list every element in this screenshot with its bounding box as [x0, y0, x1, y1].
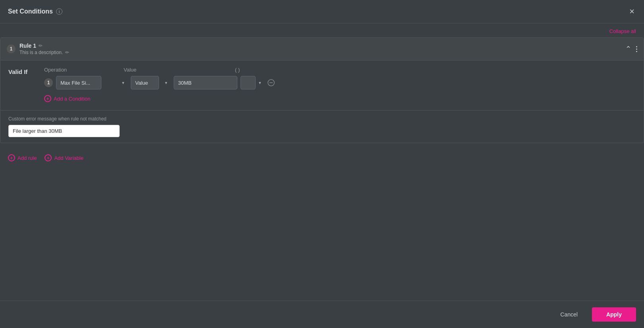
error-message-section: Custom error message when rule not match… — [0, 111, 644, 143]
close-button[interactable]: × — [628, 6, 636, 17]
rule-desc-row: This is a description. ✏ — [19, 50, 69, 55]
error-message-input[interactable] — [8, 125, 120, 137]
operation-select[interactable]: Max File Si... — [56, 76, 101, 89]
value-input[interactable] — [174, 76, 237, 89]
set-conditions-modal: Set Conditions i × Collapse all 1 Rule 1… — [0, 0, 644, 328]
add-condition-plus-icon: + — [44, 95, 51, 102]
operation-select-wrapper[interactable]: Max File Si... — [56, 76, 128, 89]
more-dot-3 — [636, 51, 637, 52]
condition-number: 1 — [44, 78, 53, 87]
add-variable-plus-icon: + — [45, 154, 52, 161]
remove-condition-button[interactable] — [268, 79, 275, 86]
modal-footer: Cancel Apply — [0, 301, 644, 328]
rule-name: Rule 1 — [19, 43, 36, 49]
modal-header: Set Conditions i × — [0, 0, 644, 23]
more-dot-1 — [636, 46, 637, 47]
rule-body: Valid If Operation Value ( ) 1 — [0, 60, 644, 110]
modal-title: Set Conditions — [8, 8, 53, 15]
conditions-header: Operation Value ( ) — [44, 67, 636, 73]
add-rule-button[interactable]: + Add rule — [8, 154, 37, 161]
add-variable-label: Add Variable — [54, 155, 83, 161]
add-variable-button[interactable]: + Add Variable — [45, 154, 83, 161]
condition-row: 1 Max File Si... Value — [44, 76, 636, 89]
add-row: + Add rule + Add Variable — [0, 149, 644, 166]
rule-title-group: Rule 1 ✏ This is a description. ✏ — [19, 43, 69, 55]
rule-number-badge: 1 — [7, 45, 16, 53]
rule-card: 1 Rule 1 ✏ This is a description. ✏ ⌃ — [0, 37, 644, 143]
value-type-select[interactable]: Value — [131, 76, 159, 89]
col-header-value: Value — [124, 67, 235, 73]
paren-select-wrapper[interactable] — [241, 76, 264, 89]
valid-if-label: Valid If — [8, 67, 36, 104]
rule-description: This is a description. — [19, 50, 63, 55]
valid-if-section: Valid If Operation Value ( ) 1 — [8, 67, 636, 104]
rule-desc-edit-icon[interactable]: ✏ — [65, 50, 69, 55]
modal-body: Collapse all 1 Rule 1 ✏ This is a descri… — [0, 23, 644, 301]
error-message-label: Custom error message when rule not match… — [8, 116, 636, 122]
rule-header-right: ⌃ — [625, 44, 637, 54]
value-type-select-wrapper[interactable]: Value — [131, 76, 171, 89]
add-condition-button[interactable]: + Add a Condition — [44, 93, 91, 104]
rule-header: 1 Rule 1 ✏ This is a description. ✏ ⌃ — [0, 38, 644, 60]
add-condition-label: Add a Condition — [54, 96, 91, 102]
rule-name-edit-icon[interactable]: ✏ — [39, 43, 43, 49]
paren-select[interactable] — [241, 76, 256, 89]
col-header-paren: ( ) — [235, 67, 267, 73]
more-options-button[interactable] — [636, 44, 637, 54]
cancel-button[interactable]: Cancel — [551, 307, 588, 322]
rule-title-row: Rule 1 ✏ — [19, 43, 69, 49]
collapse-rule-button[interactable]: ⌃ — [625, 45, 631, 52]
apply-button[interactable]: Apply — [592, 307, 636, 322]
more-dot-2 — [636, 49, 637, 50]
rule-header-left: 1 Rule 1 ✏ This is a description. ✏ — [7, 43, 69, 55]
collapse-all-row: Collapse all — [0, 28, 644, 37]
add-rule-plus-icon: + — [8, 154, 15, 161]
col-header-operation: Operation — [44, 67, 124, 73]
modal-title-area: Set Conditions i — [8, 8, 62, 15]
collapse-all-button[interactable]: Collapse all — [609, 28, 636, 34]
conditions-area: Operation Value ( ) 1 Max File Si... — [44, 67, 636, 104]
add-rule-label: Add rule — [17, 155, 37, 161]
info-icon[interactable]: i — [56, 8, 62, 15]
